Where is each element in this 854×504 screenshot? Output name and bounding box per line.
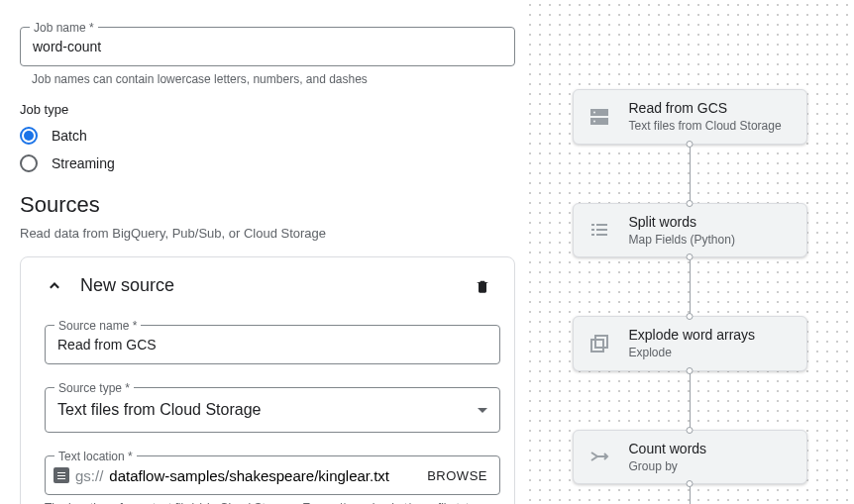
radio-streaming[interactable]: Streaming [20, 154, 505, 172]
node-sub: Text files from Cloud Storage [629, 119, 782, 133]
source-card-header: New source [45, 275, 490, 296]
storage-file-icon [53, 467, 69, 483]
svg-rect-0 [590, 109, 608, 116]
source-card-title: New source [80, 275, 174, 296]
port-icon [687, 480, 694, 487]
node-sub: Explode [629, 346, 756, 359]
dropdown-arrow-icon [478, 408, 487, 413]
svg-rect-9 [596, 234, 607, 236]
connector [690, 371, 691, 430]
svg-point-2 [593, 111, 595, 113]
source-type-value: Text files from Cloud Storage [57, 401, 261, 419]
job-type-radio-group: Batch Streaming [20, 127, 505, 172]
radio-batch[interactable]: Batch [20, 127, 505, 145]
connector [690, 257, 691, 316]
text-location-input[interactable] [109, 467, 417, 484]
connector [690, 145, 691, 203]
radio-circle-icon [20, 127, 38, 145]
text-location-field: Text location * gs:// BROWSE The locatio… [45, 441, 490, 504]
sources-subheading: Read data from BigQuery, Pub/Sub, or Clo… [20, 226, 505, 241]
job-name-label: Job name * [30, 21, 98, 35]
svg-rect-4 [591, 224, 594, 226]
source-name-label: Source name * [54, 319, 141, 333]
job-type-label: Job type [20, 102, 505, 117]
svg-rect-1 [590, 118, 608, 125]
node-sub: Map Fields (Python) [629, 233, 735, 247]
source-card: New source Source name * Source type * T… [20, 256, 515, 504]
port-icon [687, 427, 694, 434]
node-read-from-gcs[interactable]: Read from GCS Text files from Cloud Stor… [573, 89, 807, 145]
storage-icon [587, 105, 611, 129]
merge-icon [587, 445, 611, 468]
trash-icon[interactable] [475, 277, 490, 295]
gs-prefix: gs:// [75, 467, 103, 484]
svg-rect-7 [596, 229, 607, 231]
node-explode[interactable]: Explode word arrays Explode [573, 316, 807, 371]
radio-circle-icon [20, 154, 38, 172]
port-icon [687, 141, 694, 148]
sources-heading: Sources [20, 192, 505, 218]
node-split-words[interactable]: Split words Map Fields (Python) [573, 203, 807, 258]
node-title: Read from GCS [629, 100, 782, 116]
text-location-label: Text location * [54, 450, 137, 463]
node-title: Count words [629, 441, 707, 456]
chevron-up-icon[interactable] [45, 276, 64, 296]
svg-rect-6 [591, 229, 594, 231]
connector [690, 484, 691, 504]
radio-batch-label: Batch [52, 128, 87, 144]
svg-point-3 [593, 120, 595, 122]
source-type-label: Source type * [54, 381, 134, 395]
list-icon [587, 218, 611, 242]
job-name-field: Job name * Job names can contain lowerca… [20, 12, 505, 86]
svg-rect-10 [595, 336, 607, 348]
port-icon [687, 313, 694, 320]
node-count-words[interactable]: Count words Group by [573, 430, 807, 485]
job-name-helper: Job names can contain lowercase letters,… [32, 72, 505, 86]
browse-button[interactable]: BROWSE [423, 464, 491, 487]
pipeline-canvas[interactable]: Read from GCS Text files from Cloud Stor… [525, 0, 854, 504]
port-icon [687, 367, 694, 374]
form-panel: Job name * Job names can contain lowerca… [0, 0, 525, 504]
svg-rect-5 [596, 224, 607, 226]
radio-streaming-label: Streaming [52, 155, 115, 171]
svg-rect-11 [591, 340, 603, 352]
svg-rect-8 [591, 234, 594, 236]
source-type-field: Source type * Text files from Cloud Stor… [45, 372, 490, 433]
source-name-field: Source name * [45, 310, 490, 364]
port-icon [687, 200, 694, 207]
node-title: Explode word arrays [629, 327, 756, 343]
node-title: Split words [629, 214, 735, 230]
port-icon [687, 253, 694, 260]
copy-icon [587, 332, 611, 355]
node-sub: Group by [629, 459, 707, 473]
